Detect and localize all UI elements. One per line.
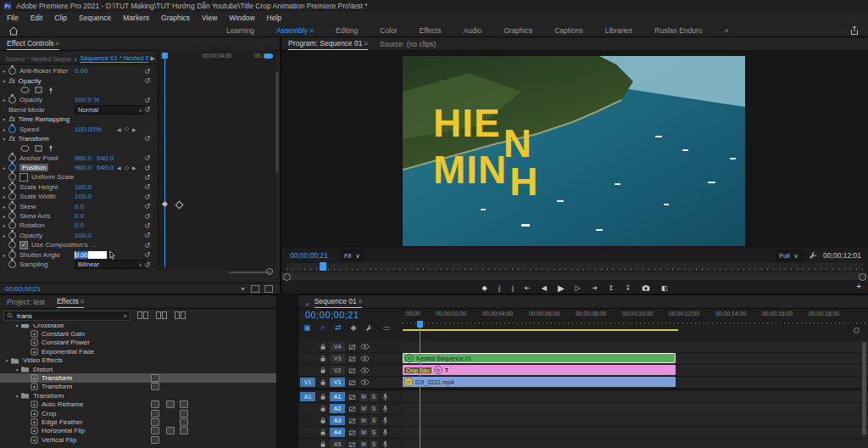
twirl-icon[interactable]: ▸: [0, 222, 8, 228]
reset-parameter-icon[interactable]: ↺: [144, 202, 151, 210]
param-value[interactable]: 0.00: [75, 67, 88, 75]
effect-row-blend-mode[interactable]: Blend ModeNormal∨↺: [0, 105, 158, 115]
workspace-tab-learning[interactable]: Learning: [226, 26, 254, 35]
panel-menu-icon[interactable]: ≡: [359, 298, 363, 305]
stopwatch-icon[interactable]: [8, 154, 16, 162]
stopwatch-icon[interactable]: [8, 193, 16, 200]
stopwatch-icon[interactable]: [8, 126, 16, 133]
add-keyframe-icon[interactable]: ◇: [125, 165, 129, 171]
effect-row-shutter-angle[interactable]: ▸Shutter Angle0.00↺: [0, 249, 158, 259]
filter-funnel-icon[interactable]: ▼: [240, 286, 246, 292]
program-scrubber[interactable]: [287, 263, 863, 271]
twirl-icon[interactable]: ▸: [0, 193, 8, 199]
keyframe-icon[interactable]: [175, 201, 184, 210]
effect-row-opacity[interactable]: ▾fxOpacity↺: [0, 76, 158, 85]
twirl-icon[interactable]: ▸: [0, 68, 8, 74]
sync-lock-icon[interactable]: [347, 356, 358, 362]
param-value[interactable]: 100.00%: [75, 126, 102, 133]
menu-help[interactable]: Help: [267, 14, 281, 22]
mic-icon[interactable]: [380, 417, 391, 425]
twirl-icon[interactable]: ▸: [0, 252, 8, 258]
fit-dropdown[interactable]: Fit∨: [340, 250, 364, 260]
effect-row-anchor-point[interactable]: Anchor Point960.0540.0↺: [0, 154, 158, 163]
playback-resolution-dropdown[interactable]: Full∨: [776, 250, 804, 260]
program-playhead[interactable]: [320, 262, 326, 271]
mute-button[interactable]: M: [359, 417, 368, 425]
reset-parameter-icon[interactable]: ↺: [144, 134, 151, 143]
panel-menu-icon[interactable]: ≡: [56, 40, 60, 48]
twirl-icon[interactable]: ▾: [0, 116, 8, 122]
button-editor-plus-icon[interactable]: +: [856, 282, 861, 291]
solo-button[interactable]: S: [370, 417, 378, 425]
effect-item-edge-feather[interactable]: Edge Feather: [0, 417, 276, 426]
timeline-scrollbar[interactable]: [862, 342, 866, 435]
source-patch[interactable]: V1: [300, 378, 315, 387]
mark-in-icon[interactable]: {: [498, 284, 501, 292]
folder-distort[interactable]: ▾Distort: [0, 365, 276, 373]
settings-wrench-icon[interactable]: [809, 251, 817, 260]
track-select-v1[interactable]: V1: [330, 378, 345, 387]
menu-edit[interactable]: Edit: [31, 14, 43, 22]
track-select-a4[interactable]: A4: [330, 428, 345, 437]
effect-row-rotation[interactable]: ▸Rotation0.0↺: [0, 221, 158, 230]
timeline-ruler[interactable]: ;00;0000;00;02;0000;00;04;0000;00;06;000…: [403, 309, 868, 328]
next-keyframe-icon[interactable]: ▶: [132, 126, 136, 132]
workspace-tab-editing[interactable]: Editing: [336, 26, 358, 35]
menu-markers[interactable]: Markers: [123, 14, 149, 22]
sync-lock-icon[interactable]: [347, 394, 358, 400]
workspace-tab-audio[interactable]: Audio: [463, 26, 481, 35]
effect-row[interactable]: Uniform Scale↺: [0, 172, 158, 182]
param-value[interactable]: 960.0: [75, 154, 92, 162]
effect-row[interactable]: [0, 86, 158, 95]
reset-parameter-icon[interactable]: ↺: [144, 76, 151, 85]
mask-pen-icon[interactable]: [47, 143, 54, 153]
twirl-icon[interactable]: ▸: [0, 204, 8, 210]
stopwatch-icon[interactable]: [8, 67, 16, 75]
lock-icon[interactable]: [317, 355, 328, 362]
scroll-endcap[interactable]: [859, 273, 866, 281]
effect-item-transform[interactable]: Transform: [0, 373, 276, 382]
reset-parameter-icon[interactable]: ↺: [144, 241, 151, 249]
effect-row-skew[interactable]: ▸Skew0.0↺: [0, 201, 158, 210]
clip-dji-0221-mp4[interactable]: fxDJI_0221.mp4: [403, 377, 676, 387]
program-timecode[interactable]: 00;00;00;21: [290, 251, 328, 260]
eye-icon[interactable]: [359, 356, 370, 361]
clip-crop-u[interactable]: Crop ĐầufxT: [403, 365, 676, 375]
workspace-tab-color[interactable]: Color: [380, 26, 397, 35]
tab-program[interactable]: Program: Sequence 01≡: [288, 39, 368, 50]
reset-parameter-icon[interactable]: ↺: [144, 96, 151, 104]
track-select-a1[interactable]: A1: [330, 392, 345, 401]
ruler-zoom-handle[interactable]: [854, 328, 860, 333]
track-select-v3[interactable]: V3: [330, 354, 345, 363]
twirl-icon[interactable]: ▾: [14, 324, 20, 328]
mute-button[interactable]: M: [359, 405, 368, 413]
sync-lock-icon[interactable]: [347, 406, 358, 412]
chevron-down-icon[interactable]: ∨: [74, 56, 77, 62]
effect-item-transform[interactable]: Transform: [0, 383, 276, 391]
filter-accelerated-icon[interactable]: [137, 311, 148, 320]
workspace-tab-assembly[interactable]: Assembly ≡: [276, 26, 314, 35]
effect-row-speed[interactable]: ▸Speed100.00%◀◇▶: [0, 124, 158, 133]
clear-search-icon[interactable]: ×: [123, 312, 127, 320]
effect-item-horizontal-flip[interactable]: Horizontal Flip: [0, 427, 276, 435]
effect-row[interactable]: [0, 143, 158, 153]
twirl-icon[interactable]: ▾: [3, 357, 10, 363]
reset-parameter-icon[interactable]: ↺: [144, 231, 151, 239]
filter-32bit-icon[interactable]: [156, 311, 167, 320]
video-frame[interactable]: HIEN MINH: [403, 56, 745, 246]
reset-parameter-icon[interactable]: ↺: [144, 212, 151, 221]
lock-icon[interactable]: [317, 405, 328, 412]
active-sequence-label[interactable]: Sequence 01 * Nested S...: [80, 54, 147, 63]
reset-parameter-icon[interactable]: ↺: [144, 164, 151, 172]
effect-row-scale-height[interactable]: ▸Scale Height100.0↺: [0, 182, 158, 192]
workspace-overflow-icon[interactable]: »: [725, 26, 729, 35]
stopwatch-icon[interactable]: [8, 251, 16, 259]
comparison-icon[interactable]: ◧: [661, 284, 668, 292]
effect-row-scale-width[interactable]: ▸Scale Width100.0↺: [0, 192, 158, 201]
reset-parameter-icon[interactable]: ↺: [144, 154, 151, 162]
stopwatch-icon[interactable]: [8, 221, 16, 229]
tab-effect-controls[interactable]: Effect Controls≡: [7, 39, 59, 50]
reset-parameter-icon[interactable]: ↺: [144, 221, 151, 230]
lock-icon[interactable]: [317, 417, 328, 424]
effect-controls-scrollbar[interactable]: [275, 71, 279, 173]
